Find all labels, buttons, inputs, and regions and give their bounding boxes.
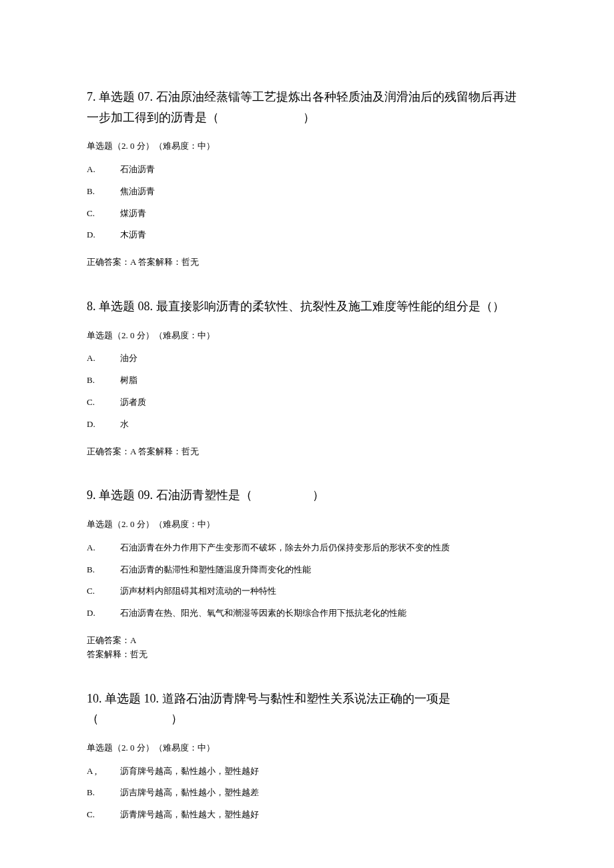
option-letter: B. — [87, 786, 120, 800]
question-text: 单选题 09. 石油沥青塑性是（ ） — [99, 488, 324, 502]
question-title: 7. 单选题 07. 石油原油经蒸镭等工艺提炼出各种轻质油及润滑油后的残留物后再… — [87, 87, 527, 127]
option-c: C. 沥青牌号越高，黏性越大，塑性越好 — [87, 808, 527, 822]
option-a: A. 石油沥青 — [87, 163, 527, 177]
option-c: C. 沥声材料内部阻碍其相对流动的一种特性 — [87, 584, 527, 598]
question-10: 10. 单选题 10. 道路石油沥青牌号与黏性和塑性关系说法正确的一项是（ ） … — [87, 689, 527, 822]
option-letter: C. — [87, 584, 120, 598]
option-text: 油分 — [120, 352, 527, 366]
option-b: B. 沥吉牌号越高，黏性越小，塑性越差 — [87, 786, 527, 800]
option-a: A. 油分 — [87, 352, 527, 366]
option-letter: B. — [87, 185, 120, 199]
option-letter: A , — [87, 765, 120, 779]
question-text: 单选题 07. 石油原油经蒸镭等工艺提炼出各种轻质油及润滑油后的残留物后再进一步… — [87, 90, 517, 124]
question-meta: 单选题（2. 0 分）（难易度：中） — [87, 741, 527, 755]
option-d: D. 石油沥青在热、阳光、氧气和潮湿等因素的长期综合作用下抵抗老化的性能 — [87, 606, 527, 620]
question-title: 9. 单选题 09. 石油沥青塑性是（ ） — [87, 485, 527, 506]
option-b: B. 焦油沥青 — [87, 185, 527, 199]
option-text: 石油沥青在外力作用下产生变形而不破坏，除去外力后仍保持变形后的形状不变的性质 — [120, 541, 527, 555]
question-meta: 单选题（2. 0 分）（难易度：中） — [87, 518, 527, 532]
option-d: D. 水 — [87, 418, 527, 432]
option-text: 沥声材料内部阻碍其相对流动的一种特性 — [120, 584, 527, 598]
question-text: 单选题 10. 道路石油沥青牌号与黏性和塑性关系说法正确的一项是（ ） — [87, 692, 450, 726]
option-b: B. 石油沥青的黏滞性和塑性随温度升降而变化的性能 — [87, 563, 527, 577]
option-text: 焦油沥青 — [120, 185, 527, 199]
option-text: 沥吉牌号越高，黏性越小，塑性越差 — [120, 786, 527, 800]
question-title: 10. 单选题 10. 道路石油沥青牌号与黏性和塑性关系说法正确的一项是（ ） — [87, 689, 527, 729]
option-letter: A. — [87, 163, 120, 177]
question-text: 单选题 08. 最直接影响沥青的柔软性、抗裂性及施工难度等性能的组分是（） — [99, 300, 505, 313]
option-text: 树脂 — [120, 374, 527, 388]
question-number: 8. — [87, 296, 96, 317]
option-text: 沥者质 — [120, 396, 527, 410]
option-letter: B. — [87, 563, 120, 577]
answer-block: 正确答案：A 答案解释：哲无 — [87, 445, 527, 459]
answer-block: 正确答案：A 答案解释：哲无 — [87, 256, 527, 270]
option-letter: B. — [87, 374, 120, 388]
options-list: A. 油分 B. 树脂 C. 沥者质 D. 水 — [87, 352, 527, 431]
answer-block: 正确答案：A 答案解释：哲无 — [87, 634, 527, 662]
option-a: A , 沥育牌号越高，黏性越小，塑性越好 — [87, 765, 527, 779]
question-meta: 单选题（2. 0 分）（难易度：中） — [87, 139, 527, 153]
option-text: 石油沥青在热、阳光、氧气和潮湿等因素的长期综合作用下抵抗老化的性能 — [120, 606, 527, 620]
question-title: 8. 单选题 08. 最直接影响沥青的柔软性、抗裂性及施工难度等性能的组分是（） — [87, 296, 527, 317]
option-d: D. 木沥青 — [87, 228, 527, 242]
option-c: C. 沥者质 — [87, 396, 527, 410]
option-text: 木沥青 — [120, 228, 527, 242]
option-text: 水 — [120, 418, 527, 432]
option-letter: C. — [87, 808, 120, 822]
option-text: 煤沥青 — [120, 207, 527, 221]
option-c: C. 煤沥青 — [87, 207, 527, 221]
option-text: 石油沥青 — [120, 163, 527, 177]
option-text: 沥青牌号越高，黏性越大，塑性越好 — [120, 808, 527, 822]
option-letter: A. — [87, 541, 120, 555]
option-letter: D. — [87, 418, 120, 432]
question-7: 7. 单选题 07. 石油原油经蒸镭等工艺提炼出各种轻质油及润滑油后的残留物后再… — [87, 87, 527, 270]
option-a: A. 石油沥青在外力作用下产生变形而不破坏，除去外力后仍保持变形后的形状不变的性… — [87, 541, 527, 555]
option-text: 沥育牌号越高，黏性越小，塑性越好 — [120, 765, 527, 779]
option-letter: C. — [87, 207, 120, 221]
option-letter: C. — [87, 396, 120, 410]
question-number: 10. — [87, 689, 102, 709]
option-letter: D. — [87, 228, 120, 242]
question-meta: 单选题（2. 0 分）（难易度：中） — [87, 329, 527, 343]
option-text: 石油沥青的黏滞性和塑性随温度升降而变化的性能 — [120, 563, 527, 577]
option-b: B. 树脂 — [87, 374, 527, 388]
options-list: A , 沥育牌号越高，黏性越小，塑性越好 B. 沥吉牌号越高，黏性越小，塑性越差… — [87, 765, 527, 822]
question-9: 9. 单选题 09. 石油沥青塑性是（ ） 单选题（2. 0 分）（难易度：中）… — [87, 485, 527, 661]
question-number: 7. — [87, 87, 96, 107]
option-letter: D. — [87, 606, 120, 620]
question-8: 8. 单选题 08. 最直接影响沥青的柔软性、抗裂性及施工难度等性能的组分是（）… — [87, 296, 527, 458]
options-list: A. 石油沥青在外力作用下产生变形而不破坏，除去外力后仍保持变形后的形状不变的性… — [87, 541, 527, 620]
options-list: A. 石油沥青 B. 焦油沥青 C. 煤沥青 D. 木沥青 — [87, 163, 527, 242]
question-number: 9. — [87, 485, 96, 506]
option-letter: A. — [87, 352, 120, 366]
